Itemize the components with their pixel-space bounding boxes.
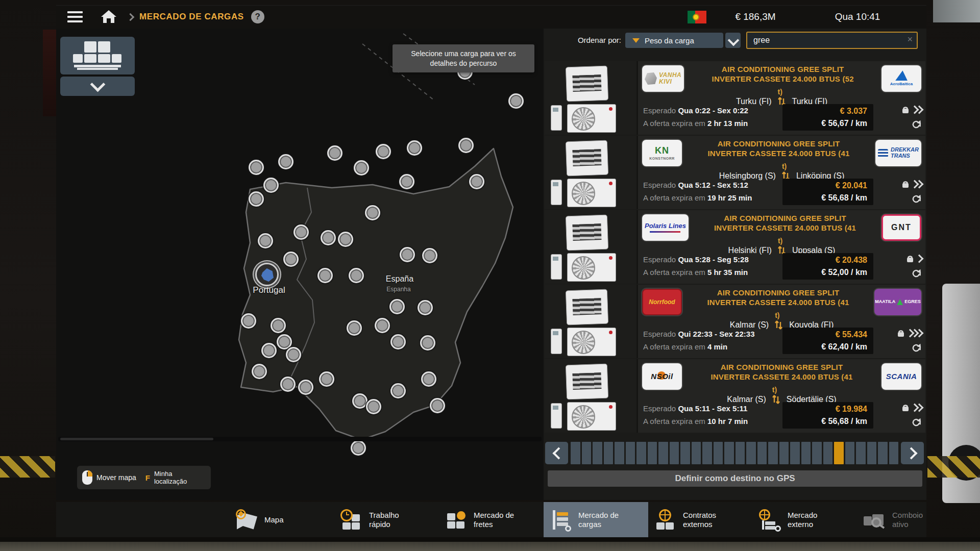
cargo-map-marker[interactable] — [508, 93, 524, 109]
cargo-map-marker[interactable] — [258, 233, 273, 248]
pagination-block[interactable] — [692, 442, 701, 464]
pagination-block[interactable] — [801, 442, 811, 464]
cargo-offer-row[interactable]: KN KONSTNORR AIR CONDITIONING GREE SPLIT… — [545, 136, 925, 209]
pagination-block[interactable] — [746, 442, 756, 464]
pagination-block[interactable] — [779, 442, 789, 464]
cargo-map-marker[interactable] — [271, 318, 286, 333]
sort-dropdown[interactable]: Peso da carga — [625, 33, 723, 48]
cargo-offer-row[interactable]: Norrfood AIR CONDITIONING GREE SPLIT INV… — [545, 285, 925, 358]
tab-trabalho-rapido[interactable]: Trabalhorápido — [334, 502, 439, 537]
pagination-block[interactable] — [889, 442, 899, 464]
pagination-next-button[interactable] — [901, 442, 924, 464]
cargo-map-marker[interactable] — [280, 377, 296, 392]
pagination-block[interactable] — [636, 442, 646, 464]
cargo-map-marker[interactable] — [420, 335, 435, 350]
cargo-map-marker[interactable] — [366, 399, 381, 414]
pagination-block[interactable] — [670, 442, 679, 464]
selected-map-marker[interactable] — [255, 263, 279, 286]
cargo-map-marker[interactable] — [249, 191, 264, 207]
pagination-block[interactable] — [724, 442, 734, 464]
map-scrollbar-horizontal[interactable] — [58, 437, 542, 441]
cargo-offer-row[interactable]: Polaris Lines AIR CONDITIONING GREE SPLI… — [545, 210, 925, 284]
tab-mapa[interactable]: Mapa — [230, 502, 334, 537]
pagination-block[interactable] — [823, 442, 833, 464]
pagination-block[interactable] — [615, 442, 624, 464]
pagination-block[interactable] — [604, 442, 614, 464]
menu-icon[interactable] — [67, 11, 83, 22]
home-icon[interactable] — [101, 10, 116, 23]
cargo-map-marker[interactable] — [321, 230, 336, 245]
cargo-map-marker[interactable] — [376, 144, 391, 159]
cargo-map-marker[interactable] — [317, 268, 333, 283]
pagination-block[interactable] — [702, 442, 712, 464]
cargo-map-marker[interactable] — [263, 178, 279, 193]
cargo-map-marker[interactable] — [390, 383, 406, 398]
cargo-map-marker[interactable] — [430, 398, 445, 413]
cargo-map-marker[interactable] — [286, 347, 301, 362]
pagination-block[interactable] — [790, 442, 800, 464]
pagination-block[interactable] — [593, 442, 602, 464]
cargo-map-marker[interactable] — [389, 299, 405, 314]
filter-expand-button[interactable] — [60, 77, 135, 96]
tab-mercado-de-fretes[interactable]: Mercado defretes — [439, 502, 544, 537]
pagination-block[interactable] — [834, 442, 844, 464]
search-input[interactable] — [747, 33, 917, 48]
cargo-map-marker[interactable] — [249, 160, 264, 175]
cargo-map-marker[interactable] — [422, 248, 437, 263]
cargo-map-marker[interactable] — [365, 205, 380, 220]
offer-flags — [889, 328, 922, 354]
cargo-map-marker[interactable] — [349, 268, 364, 283]
cargo-map-marker[interactable] — [283, 252, 299, 267]
tab-contratos-externos[interactable]: Contratosexternos — [648, 502, 753, 537]
pagination-block[interactable] — [845, 442, 855, 464]
cargo-map-marker[interactable] — [375, 318, 390, 333]
cargo-map-marker[interactable] — [338, 232, 353, 247]
pagination-block[interactable] — [757, 442, 767, 464]
cargo-map-marker[interactable] — [399, 174, 414, 189]
cargo-weight-icon — [901, 105, 910, 114]
clear-search-icon[interactable]: × — [907, 34, 913, 45]
cargo-map-marker[interactable] — [351, 440, 366, 456]
pagination-block[interactable] — [680, 442, 690, 464]
pagination-prev-button[interactable] — [545, 442, 568, 464]
cargo-map-marker[interactable] — [261, 343, 277, 358]
sort-dropdown-chevron-button[interactable] — [725, 33, 741, 48]
pagination-block[interactable] — [648, 442, 657, 464]
cargo-map-marker[interactable] — [400, 247, 415, 262]
cargo-map-marker[interactable] — [418, 300, 433, 315]
cargo-map-marker[interactable] — [298, 380, 313, 395]
cargo-map-marker[interactable] — [327, 145, 342, 161]
pagination-block[interactable] — [571, 442, 580, 464]
cargo-map-marker[interactable] — [252, 364, 267, 379]
chevron-down-icon — [90, 77, 105, 92]
cargo-map-marker[interactable] — [354, 160, 369, 176]
help-icon[interactable]: ? — [251, 10, 264, 23]
pagination-block[interactable] — [582, 442, 592, 464]
pagination-block[interactable] — [867, 442, 877, 464]
set-gps-destination-button[interactable]: Definir como destino no GPS — [548, 470, 922, 487]
pagination-block[interactable] — [878, 442, 888, 464]
pagination-block[interactable] — [736, 442, 745, 464]
cargo-map-marker[interactable] — [458, 138, 474, 153]
cargo-map-marker[interactable] — [421, 371, 436, 387]
cargo-map-marker[interactable] — [278, 154, 293, 169]
cargo-map-marker[interactable] — [293, 224, 309, 240]
cargo-map-marker[interactable] — [241, 313, 256, 329]
pagination-block[interactable] — [714, 442, 723, 464]
cargo-map-marker[interactable] — [469, 174, 484, 189]
cargo-map-marker[interactable] — [319, 371, 334, 387]
pagination-block[interactable] — [768, 442, 778, 464]
tab-mercado-externo[interactable]: Mercadoexterno — [753, 502, 857, 537]
cargo-map-marker[interactable] — [407, 140, 422, 156]
pagination-block[interactable] — [626, 442, 635, 464]
cargo-map-marker[interactable] — [352, 393, 368, 409]
cargo-map-marker[interactable] — [347, 320, 362, 336]
cargo-type-filter-button[interactable] — [60, 37, 135, 74]
pagination-block[interactable] — [812, 442, 822, 464]
cargo-map-marker[interactable] — [390, 334, 406, 349]
pagination-block[interactable] — [856, 442, 866, 464]
pagination-block[interactable] — [658, 442, 668, 464]
tab-mercado-de-cargas[interactable]: Mercado decargas — [544, 502, 648, 537]
cargo-offer-row[interactable]: VANHAKIVI AIR CONDITIONING GREE SPLIT IN… — [545, 61, 925, 135]
cargo-offer-row[interactable]: NSOil AIR CONDITIONING GREE SPLIT INVERT… — [545, 359, 925, 433]
